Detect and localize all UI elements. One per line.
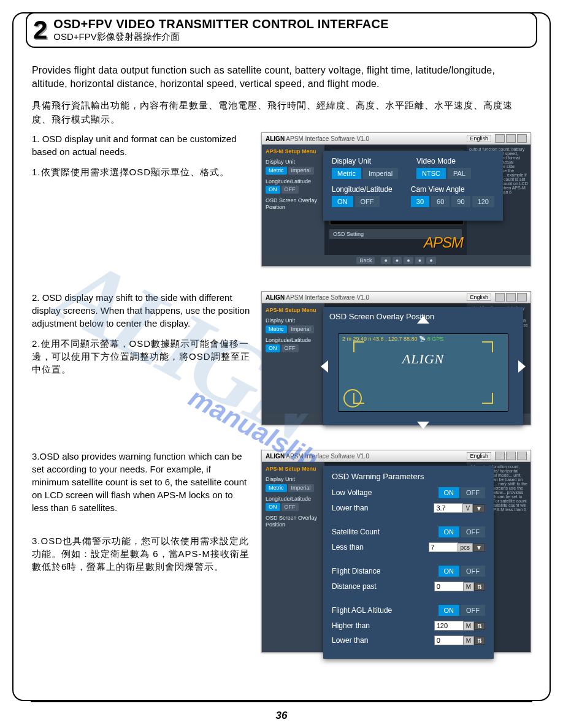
close-btn[interactable] xyxy=(517,134,527,143)
p3-lt-input[interactable] xyxy=(434,635,464,645)
arrow-down-button[interactable] xyxy=(417,422,429,429)
popup-overlay-position: OSD Screen Overlay Position 2 m 29:49 n … xyxy=(323,307,523,425)
p3-sc-on[interactable]: ON xyxy=(439,526,460,537)
side-display-unit: Display Unit xyxy=(266,159,321,165)
item3-en: 3.OSD also provides warning function whi… xyxy=(32,450,250,514)
p1-pal[interactable]: PAL xyxy=(448,168,471,179)
crop-corner-icon xyxy=(482,393,493,404)
fpv-align-logo: ALIGN xyxy=(339,351,508,367)
arrow-right-button[interactable] xyxy=(518,360,526,373)
stepper-icon[interactable]: ⇅ xyxy=(474,637,485,645)
sidebar-title: APS-M Setup Menu xyxy=(266,148,321,155)
p3-higher-than: Higher than xyxy=(332,621,370,630)
p1-a120[interactable]: 120 xyxy=(472,196,494,207)
intro-zh: 具備飛行資訊輸出功能，內容有衛星數量、電池電壓、飛行時間、經緯度、高度、水平距離… xyxy=(32,99,531,126)
max-btn[interactable] xyxy=(506,134,516,143)
p3-lower-than: Lower than xyxy=(332,504,368,512)
p1-camview: Cam View Angle xyxy=(411,185,494,194)
p3-lv-on[interactable]: ON xyxy=(439,487,460,498)
stepper-icon[interactable]: ⇅ xyxy=(474,622,485,630)
p3-low-voltage: Low Voltage xyxy=(332,488,372,497)
item1-zh: 1.依實際使用需求選擇OSD顯示單位、格式。 xyxy=(32,165,250,178)
side-on[interactable]: ON xyxy=(266,186,280,194)
item2-en: 2. OSD display may shift to the side wit… xyxy=(32,291,250,330)
software-title: APSM Interface Software V1.0 xyxy=(286,135,369,142)
p3-fd-input[interactable] xyxy=(434,582,464,591)
app-titlebar: ALIGN APSM Interface Software V1.0 Engli… xyxy=(262,133,530,145)
item1-en: 1. OSD display unit and format can be cu… xyxy=(32,132,250,158)
screenshot-2: ALIGN APSM Interface Software V1.0 Engli… xyxy=(261,291,531,425)
screenshot-3: ALIGN APSM Interface Software V1.0 Engli… xyxy=(261,450,531,653)
p3-fd-on[interactable]: ON xyxy=(439,566,460,577)
p3-fd-off[interactable]: OFF xyxy=(461,566,485,577)
p1-metric[interactable]: Metric xyxy=(332,168,361,179)
fpv-gps: 📡 6 GPS xyxy=(419,336,443,342)
brand: ALIGN xyxy=(266,135,285,142)
side-off[interactable]: OFF xyxy=(282,186,299,194)
p1-imperial[interactable]: Imperial xyxy=(363,168,398,179)
arrow-left-button[interactable] xyxy=(321,360,328,373)
section-title-en: OSD+FPV VIDEO TRANSMITTER CONTROL INTERF… xyxy=(53,17,388,31)
side-osd-overlay: OSD Screen Overlay Position xyxy=(266,197,321,211)
page-number: 36 xyxy=(12,710,551,722)
min-btn[interactable] xyxy=(495,134,505,143)
p3-title: OSD Warning Parameters xyxy=(332,472,485,481)
p3-lower-than2: Lower than xyxy=(332,636,368,645)
side-metric[interactable]: Metric xyxy=(266,167,287,175)
p3-dist-past: Distance past xyxy=(332,582,377,591)
fpv-preview: 2 m 29:49 n 43.6 , 120.7 88:80 📡 6 GPS A… xyxy=(338,333,508,412)
p3-flight-dist: Flight Distance xyxy=(332,567,380,575)
p3-less-than: Less than xyxy=(332,543,364,552)
p1-off[interactable]: OFF xyxy=(355,196,380,207)
p3-flight-agl: Flight AGL Altitude xyxy=(332,606,392,615)
screenshot-1: ALIGN APSM Interface Software V1.0 Engli… xyxy=(261,132,531,267)
section-number: 2 xyxy=(33,17,47,43)
intro-en: Provides flight data output function suc… xyxy=(32,64,531,90)
p1-display-unit: Display Unit xyxy=(332,157,398,165)
crop-corner-icon xyxy=(353,341,364,352)
popup-display-settings: Display Unit Metric Imperial Video Mode xyxy=(323,151,503,221)
dropdown-icon[interactable]: ▼ xyxy=(473,544,485,552)
compass-icon xyxy=(343,389,362,408)
lang-select[interactable]: English xyxy=(467,135,491,142)
p3-agl-on[interactable]: ON xyxy=(439,605,460,616)
p3-sc-off[interactable]: OFF xyxy=(461,526,485,537)
item3-zh: 3.OSD也具備警示功能，您可以依使用需求設定此功能。例如：設定衛星數為 6，當… xyxy=(32,534,250,573)
p3-lv-input[interactable] xyxy=(434,503,463,513)
back-button[interactable]: Back xyxy=(356,257,375,264)
popup-warning-params: OSD Warning Parameters Low Voltage ON OF… xyxy=(323,466,494,659)
apsm-badge: APSM xyxy=(424,234,463,251)
p1-video-mode: Video Mode xyxy=(416,157,471,165)
stepper-icon[interactable]: ⇅ xyxy=(474,583,485,591)
p1-a60[interactable]: 60 xyxy=(431,196,450,207)
p3-sc-input[interactable] xyxy=(429,542,458,552)
section-header: 2 OSD+FPV VIDEO TRANSMITTER CONTROL INTE… xyxy=(26,12,537,48)
side-imperial[interactable]: Imperial xyxy=(288,167,314,175)
dropdown-icon[interactable]: ▼ xyxy=(473,504,485,512)
p3-lv-off[interactable]: OFF xyxy=(461,487,485,498)
osd-setting-label: OSD Setting xyxy=(333,231,364,237)
p3-sat-count: Satellite Count xyxy=(332,528,380,536)
section-title-zh: OSD+FPV影像發射器操作介面 xyxy=(53,31,388,43)
p3-agl-off[interactable]: OFF xyxy=(461,605,485,616)
side-longlat: Longitude/Latitude xyxy=(266,178,321,185)
arrow-up-button[interactable] xyxy=(417,316,429,324)
p1-a90[interactable]: 90 xyxy=(451,196,470,207)
p3-ht-input[interactable] xyxy=(434,621,464,631)
item2-zh: 2.使用不同顯示螢幕，OSD數據顯示可能會偏移一邊，可以使用下方位置調整功能，將… xyxy=(32,337,250,376)
p1-longlat: Longitude/Latitude xyxy=(332,185,393,194)
p1-ntsc[interactable]: NTSC xyxy=(416,168,446,179)
sidebar: APS-M Setup Menu Display Unit Metric Imp… xyxy=(262,145,324,255)
p1-on[interactable]: ON xyxy=(332,196,353,207)
p1-a30[interactable]: 30 xyxy=(411,196,429,207)
crop-corner-icon xyxy=(482,341,493,352)
